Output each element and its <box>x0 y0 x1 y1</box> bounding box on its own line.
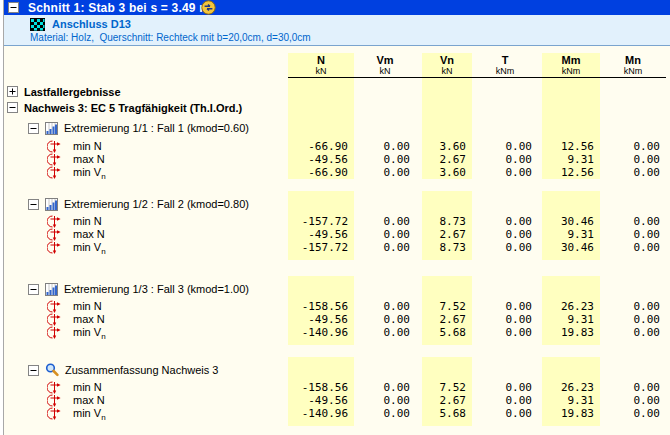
value-T: 0.00 <box>472 394 538 407</box>
value-Vn: 7.52 <box>422 381 472 394</box>
value-Mn: 0.00 <box>600 407 666 420</box>
tree-item-nachweis-3[interactable]: Nachweis 3: EC 5 Tragfähigkeit (Th.I.Ord… <box>0 99 670 116</box>
col-unit-Vn: kN <box>422 66 472 76</box>
block-title: Extremierung 1/3 : Fall 3 (kmod=1.00) <box>64 283 249 295</box>
value-Mm: 26.23 <box>542 381 600 394</box>
result-row-label: min Vn <box>73 241 106 258</box>
value-Mn: 0.00 <box>600 140 666 153</box>
value-Vm: 0.00 <box>354 394 416 407</box>
chart-icon <box>45 283 58 296</box>
value-Mn: 0.00 <box>600 153 666 166</box>
value-N: -158.56 <box>288 381 354 394</box>
value-T: 0.00 <box>472 407 538 420</box>
col-unit-Mm: kNm <box>542 66 600 76</box>
value-N: -49.56 <box>288 394 354 407</box>
result-row-min-N[interactable]: min N -66.90 0.00 3.60 0.00 12.56 0.00 <box>0 140 670 153</box>
col-header-Vm: Vm <box>354 54 416 66</box>
internal-forces-icon <box>47 381 61 394</box>
value-N: -66.90 <box>288 140 354 153</box>
result-row-max-N[interactable]: max N -49.56 0.00 2.67 0.00 9.31 0.00 <box>0 153 670 166</box>
col-header-N: N <box>288 54 354 66</box>
result-row-max-N[interactable]: max N -49.56 0.00 2.67 0.00 9.31 0.00 <box>0 313 670 326</box>
col-unit-Vm: kN <box>354 66 416 76</box>
internal-forces-icon <box>47 166 61 179</box>
result-row-max-N[interactable]: max N -49.56 0.00 2.67 0.00 9.31 0.00 <box>0 228 670 241</box>
results-region-summary: Zusammenfassung Nachweis 3 min N -158.56… <box>0 357 670 426</box>
value-Vn: 8.73 <box>422 241 472 254</box>
value-T: 0.00 <box>472 300 538 313</box>
value-Mm: 9.31 <box>542 228 600 241</box>
internal-forces-icon <box>47 326 61 339</box>
result-row-min-Vn[interactable]: min Vn -140.96 0.00 5.68 0.00 19.83 0.00 <box>0 326 670 339</box>
value-T: 0.00 <box>472 313 538 326</box>
collapse-icon[interactable] <box>28 365 39 376</box>
internal-forces-icon <box>47 241 61 254</box>
value-T: 0.00 <box>472 381 538 394</box>
result-row-min-N[interactable]: min N -158.56 0.00 7.52 0.00 26.23 0.00 <box>0 300 670 313</box>
value-Mm: 12.56 <box>542 166 600 179</box>
value-Vn: 5.68 <box>422 326 472 339</box>
spacer <box>0 345 670 357</box>
value-Mn: 0.00 <box>600 300 666 313</box>
column-headers: NkN VmkN VnkN TkNm MmkNm MnkNm <box>0 46 670 78</box>
internal-forces-icon <box>47 394 61 407</box>
value-N: -49.56 <box>288 153 354 166</box>
value-Vm: 0.00 <box>354 166 416 179</box>
magnifier-icon <box>45 363 59 377</box>
value-N: -49.56 <box>288 228 354 241</box>
value-Mm: 9.31 <box>542 313 600 326</box>
tree-item-label: Lastfallergebnisse <box>24 86 121 98</box>
value-Vm: 0.00 <box>354 381 416 394</box>
collapse-icon[interactable] <box>28 199 39 210</box>
result-row-label: min Vn <box>73 407 106 424</box>
block-header-extremierung-1-3[interactable]: Extremierung 1/3 : Fall 3 (kmod=1.00) <box>0 278 670 300</box>
result-row-min-N[interactable]: min N -158.56 0.00 7.52 0.00 26.23 0.00 <box>0 381 670 394</box>
section-title: Schnitt 1: Stab 3 bei s = 3.49 m <box>28 1 210 15</box>
value-Vm: 0.00 <box>354 300 416 313</box>
value-Vm: 0.00 <box>354 313 416 326</box>
value-Mn: 0.00 <box>600 215 666 228</box>
expand-icon[interactable] <box>7 86 18 97</box>
result-row-min-Vn[interactable]: min Vn -157.72 0.00 8.73 0.00 30.46 0.00 <box>0 241 670 254</box>
collapse-icon[interactable] <box>28 123 39 134</box>
tree-item-lastfallergebnisse[interactable]: Lastfallergebnisse <box>0 84 670 99</box>
value-Mm: 9.31 <box>542 153 600 166</box>
value-N: -158.56 <box>288 300 354 313</box>
value-N: -66.90 <box>288 166 354 179</box>
col-unit-N: kN <box>288 66 354 76</box>
block-header-zusammenfassung[interactable]: Zusammenfassung Nachweis 3 <box>0 359 670 381</box>
refresh-coin-icon[interactable] <box>201 0 216 15</box>
value-Vn: 2.67 <box>422 228 472 241</box>
value-Mm: 12.56 <box>542 140 600 153</box>
result-row-max-N[interactable]: max N -49.56 0.00 2.67 0.00 9.31 0.00 <box>0 394 670 407</box>
col-header-Vn: Vn <box>422 54 472 66</box>
value-T: 0.00 <box>472 166 538 179</box>
header-rule <box>288 77 666 78</box>
value-Mm: 19.83 <box>542 407 600 420</box>
internal-forces-icon <box>47 407 61 420</box>
value-N: -49.56 <box>288 313 354 326</box>
result-row-label: min Vn <box>73 166 106 183</box>
result-row-min-N[interactable]: min N -157.72 0.00 8.73 0.00 30.46 0.00 <box>0 215 670 228</box>
collapse-icon[interactable] <box>7 102 18 113</box>
block-header-extremierung-1-2[interactable]: Extremierung 1/2 : Fall 2 (kmod=0.80) <box>0 193 670 215</box>
value-T: 0.00 <box>472 241 538 254</box>
block-header-extremierung-1-1[interactable]: Extremierung 1/1 : Fall 1 (kmod=0.60) <box>0 116 670 140</box>
value-Vm: 0.00 <box>354 153 416 166</box>
results-region-block3: Extremierung 1/3 : Fall 3 (kmod=1.00) mi… <box>0 276 670 345</box>
col-unit-Mn: kNm <box>600 66 666 76</box>
value-Vm: 0.00 <box>354 215 416 228</box>
value-Mm: 26.23 <box>542 300 600 313</box>
result-row-min-Vn[interactable]: min Vn -140.96 0.00 5.68 0.00 19.83 0.00 <box>0 407 670 420</box>
collapse-icon[interactable] <box>28 284 39 295</box>
left-gutter-line <box>3 0 4 435</box>
material-info: Material: Holz, Querschnitt: Rechteck mi… <box>0 31 670 44</box>
connection-name[interactable]: Anschluss D13 <box>52 18 131 30</box>
value-Vn: 7.52 <box>422 300 472 313</box>
collapse-section-button[interactable] <box>8 2 19 13</box>
col-header-Mn: Mn <box>600 54 666 66</box>
value-Vn: 3.60 <box>422 166 472 179</box>
value-Mn: 0.00 <box>600 394 666 407</box>
result-row-min-Vn[interactable]: min Vn -66.90 0.00 3.60 0.00 12.56 0.00 <box>0 166 670 179</box>
value-N: -140.96 <box>288 326 354 339</box>
